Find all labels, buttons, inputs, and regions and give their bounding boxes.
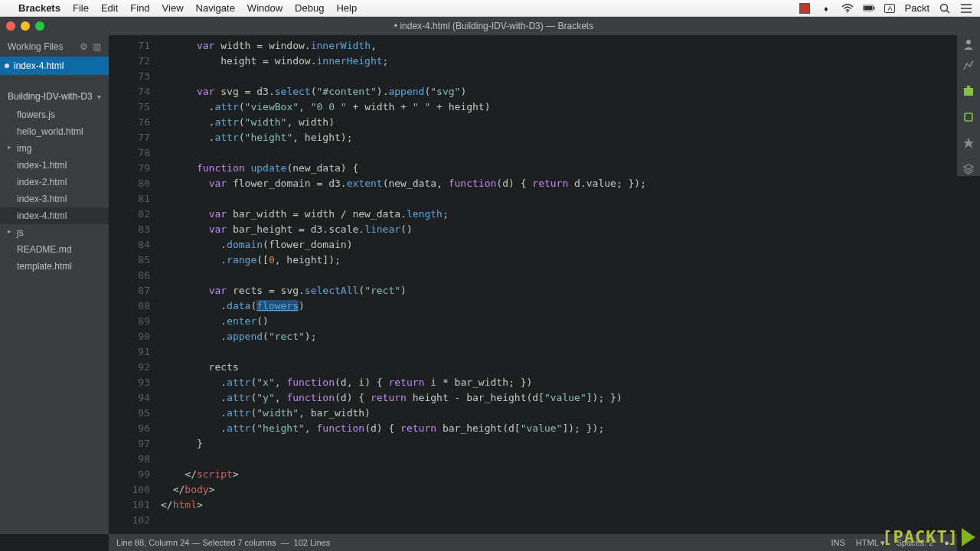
cursor-status: Line 88, Column 24 — Selected 7 columns: [116, 538, 276, 547]
extension-manager-icon[interactable]: [962, 84, 975, 98]
live-preview-icon[interactable]: [962, 58, 975, 72]
tree-folder[interactable]: img: [0, 140, 109, 157]
beautify-icon[interactable]: [962, 136, 975, 150]
project-header[interactable]: Building-IDV-with-D3 ▾: [0, 84, 109, 106]
battery-icon[interactable]: [863, 3, 875, 14]
svg-rect-2: [874, 7, 874, 10]
code-editor[interactable]: 7172737475767778798081828384858687888990…: [109, 35, 957, 534]
menu-debug[interactable]: Debug: [295, 2, 324, 14]
dropbox-icon[interactable]: ⬧: [820, 3, 832, 14]
tree-file[interactable]: index-2.html: [0, 174, 109, 191]
traffic-lights: [6, 21, 44, 31]
tree-file[interactable]: index-4.html: [0, 207, 109, 224]
svg-rect-3: [864, 6, 873, 10]
tree-folder[interactable]: js: [0, 224, 109, 241]
user-icon[interactable]: [957, 35, 980, 54]
insert-mode[interactable]: INS: [831, 538, 844, 547]
menu-icon[interactable]: [960, 3, 972, 14]
chevron-down-icon: ▾: [97, 93, 101, 101]
project-name: Building-IDV-with-D3: [8, 91, 93, 102]
menu-find[interactable]: Find: [130, 2, 149, 14]
status-bar: Line 88, Column 24 — Selected 7 columns …: [109, 534, 957, 551]
tray-user[interactable]: Packt: [904, 2, 929, 14]
extension-rail: [957, 54, 980, 176]
line-count: 102 Lines: [294, 538, 331, 547]
svg-rect-12: [965, 113, 972, 121]
packt-logo: [PACKT]: [882, 527, 975, 546]
svg-point-0: [847, 11, 848, 12]
split-icon[interactable]: ▥: [93, 41, 101, 52]
working-files-header: Working Files ⚙ ▥: [0, 35, 109, 57]
svg-point-4: [941, 4, 948, 11]
macos-tray: ⬧ A Packt: [799, 2, 972, 14]
window-minimize[interactable]: [21, 21, 30, 31]
svg-point-9: [966, 40, 971, 44]
menu-file[interactable]: File: [73, 2, 89, 14]
menu-view[interactable]: View: [162, 2, 184, 14]
window-maximize[interactable]: [35, 21, 44, 31]
spotlight-icon[interactable]: [939, 3, 951, 14]
window-titlebar: • index-4.html (Building-IDV-with-D3) — …: [0, 17, 980, 35]
working-file-item[interactable]: index-4.html: [0, 57, 109, 75]
layers-icon[interactable]: [962, 162, 975, 176]
wifi-icon[interactable]: [841, 3, 854, 14]
record-icon[interactable]: [799, 3, 811, 14]
sidebar: Working Files ⚙ ▥ index-4.html Building-…: [0, 35, 109, 534]
svg-rect-10: [964, 88, 973, 96]
svg-rect-11: [967, 86, 970, 89]
keyboard-icon[interactable]: A: [884, 4, 895, 13]
code-content[interactable]: var width = window.innerWidth, height = …: [161, 35, 957, 534]
line-gutter: 7172737475767778798081828384858687888990…: [109, 35, 161, 534]
tree-file[interactable]: README.md: [0, 241, 109, 258]
gear-icon[interactable]: ⚙: [80, 41, 88, 52]
menu-navigate[interactable]: Navigate: [196, 2, 235, 14]
tree-file[interactable]: index-3.html: [0, 191, 109, 207]
tree-file[interactable]: template.html: [0, 258, 109, 275]
menu-window[interactable]: Window: [247, 2, 283, 14]
language-mode[interactable]: HTML ▾: [856, 538, 886, 548]
tree-file[interactable]: index-1.html: [0, 157, 109, 174]
tree-file[interactable]: hello_world.html: [0, 123, 109, 140]
app-name[interactable]: Brackets: [18, 2, 60, 14]
working-files-label: Working Files: [8, 41, 63, 52]
plugin-icon[interactable]: [962, 110, 975, 124]
tree-file[interactable]: flowers.js: [0, 106, 109, 123]
macos-menubar: Brackets File Edit Find View Navigate Wi…: [0, 0, 980, 17]
window-close[interactable]: [6, 21, 15, 31]
svg-line-5: [947, 10, 950, 13]
menu-edit[interactable]: Edit: [101, 2, 118, 14]
window-title: • index-4.html (Building-IDV-with-D3) — …: [55, 21, 933, 31]
menu-help[interactable]: Help: [336, 2, 357, 14]
